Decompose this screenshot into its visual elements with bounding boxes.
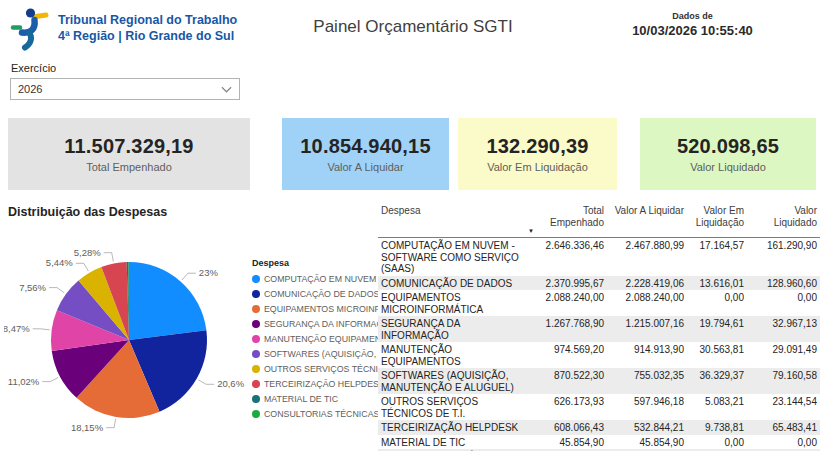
- sort-descending-icon[interactable]: ▼: [528, 228, 604, 235]
- kpi-label: Valor Em Liquidação: [487, 161, 588, 173]
- cell-value: 0,00: [747, 435, 820, 450]
- cell-despesa: SOFTWARES (AQUISIÇÃO, MANUTENÇÃO E ALUGU…: [378, 368, 525, 394]
- cell-value: 1.215.007,16: [607, 316, 687, 342]
- cell-value: 45.854,90: [607, 435, 687, 450]
- cell-value: 0,00: [747, 290, 820, 316]
- legend-color-dot: [252, 320, 260, 328]
- pie-chart-title: Distribuição das Despesas: [8, 205, 167, 219]
- table-row[interactable]: SEGURANÇA DA INFORMAÇÃO1.267.768,901.215…: [378, 316, 820, 342]
- cell-despesa: MANUTENÇÃO EQUIPAMENTOS: [378, 342, 525, 368]
- cell-value: 608.066,43: [525, 420, 607, 435]
- cell-value: 2.088.240,00: [525, 290, 607, 316]
- cell-value: 23.144,54: [747, 394, 820, 420]
- legend-color-dot: [252, 410, 260, 418]
- legend-item-label: OUTROS SERVIÇOS TÉCNICO…: [264, 364, 378, 374]
- table-row[interactable]: MANUTENÇÃO EQUIPAMENTOS974.569,20914.913…: [378, 342, 820, 368]
- table-row[interactable]: SOFTWARES (AQUISIÇÃO, MANUTENÇÃO E ALUGU…: [378, 368, 820, 394]
- cell-value: 9.738,81: [687, 420, 747, 435]
- cell-value: 914.913,90: [607, 342, 687, 368]
- kpi-label: Valor A Liquidar: [327, 161, 403, 173]
- legend-item[interactable]: COMUNICAÇÃO DE DADOS: [252, 286, 378, 301]
- pie-label-leader-line: [182, 273, 196, 280]
- cell-value: 626.173,93: [525, 394, 607, 420]
- legend-item[interactable]: CONSULTORIAS TÉCNICAS: [252, 406, 378, 421]
- legend-color-dot: [252, 350, 260, 358]
- cell-despesa: COMPUTAÇÃO EM NUVEM - SOFTWARE COMO SERV…: [378, 238, 525, 276]
- pie-percentage-label: 11,02%: [8, 376, 40, 387]
- kpi-card-valor-liquidado[interactable]: 520.098,65 Valor Liquidado: [640, 118, 816, 190]
- column-header-valor-liquidado[interactable]: Valor Liquidado: [747, 203, 820, 236]
- cell-value: 32.967,13: [747, 316, 820, 342]
- column-header-valor-em-liquidacao[interactable]: Valor Em Liquidação: [687, 203, 747, 236]
- cell-value: 45.854,90: [525, 435, 607, 450]
- cell-despesa: EQUIPAMENTOS MICROINFORMÁTICA: [378, 290, 525, 316]
- pie-label-leader-line: [76, 263, 89, 271]
- table-row[interactable]: TERCEIRIZAÇÃO HELPDESK608.066,43532.844,…: [378, 420, 820, 435]
- cell-despesa: TERCEIRIZAÇÃO HELPDESK: [378, 420, 525, 435]
- kpi-value: 11.507.329,19: [64, 135, 193, 158]
- kpi-card-total-empenhado[interactable]: 11.507.329,19 Total Empenhado: [8, 118, 250, 190]
- pie-label-leader-line: [104, 253, 114, 262]
- data-refresh-info: Dados de 10/03/2026 10:55:40: [610, 11, 775, 38]
- pie-label-leader-line: [49, 288, 64, 293]
- pie-label-leader-line: [33, 329, 50, 330]
- kpi-label: Valor Liquidado: [690, 161, 766, 173]
- dados-datetime: 10/03/2026 10:55:40: [610, 23, 775, 38]
- pie-percentage-label: 5,28%: [74, 247, 101, 258]
- cell-despesa: COMUNICAÇÃO DE DADOS: [378, 276, 525, 291]
- despesa-table: Despesa Total Empenhado ▼ Valor A Liquid…: [378, 203, 820, 451]
- cell-value: 161.290,90: [747, 238, 820, 276]
- kpi-label: Total Empenhado: [86, 161, 172, 173]
- legend-item-label: SEGURANÇA DA INFORMAÇ…: [264, 319, 378, 329]
- cell-value: 29.091,49: [747, 342, 820, 368]
- legend-item[interactable]: SOFTWARES (AQUISIÇÃO, M…: [252, 346, 378, 361]
- legend-item-label: COMUNICAÇÃO DE DADOS: [264, 289, 378, 299]
- column-header-total-empenhado[interactable]: Total Empenhado ▼: [525, 203, 607, 236]
- exercicio-label: Exercício: [11, 62, 56, 74]
- pie-percentage-label: 18,15%: [71, 422, 104, 433]
- cell-value: 128.960,60: [747, 276, 820, 291]
- cell-despesa: MATERIAL DE TIC: [378, 435, 525, 450]
- legend-item[interactable]: COMPUTAÇÃO EM NUVEM - …: [252, 271, 378, 286]
- cell-value: 5.083,21: [687, 394, 747, 420]
- legend-color-dot: [252, 380, 260, 388]
- cell-value: 2.370.995,67: [525, 276, 607, 291]
- legend-item[interactable]: TERCEIRIZAÇÃO HELPDESK: [252, 376, 378, 391]
- dados-de-label: Dados de: [610, 11, 775, 21]
- legend-item-label: TERCEIRIZAÇÃO HELPDESK: [264, 379, 378, 389]
- pie-percentage-label: 20,6%: [217, 378, 244, 389]
- legend-item[interactable]: OUTROS SERVIÇOS TÉCNICO…: [252, 361, 378, 376]
- pie-label-leader-line: [42, 377, 58, 381]
- cell-value: 13.616,01: [687, 276, 747, 291]
- legend-item[interactable]: SEGURANÇA DA INFORMAÇ…: [252, 316, 378, 331]
- legend-item-label: MANUTENÇÃO EQUIPAMENT…: [264, 334, 378, 344]
- exercicio-dropdown[interactable]: 2026: [10, 78, 240, 100]
- table-row[interactable]: MATERIAL DE TIC45.854,9045.854,900,000,0…: [378, 435, 820, 450]
- legend-color-dot: [252, 305, 260, 313]
- column-header-despesa[interactable]: Despesa: [378, 203, 525, 236]
- cell-value: 755.032,35: [607, 368, 687, 394]
- table-row[interactable]: EQUIPAMENTOS MICROINFORMÁTICA2.088.240,0…: [378, 290, 820, 316]
- cell-value: 2.228.419,06: [607, 276, 687, 291]
- legend-color-dot: [252, 365, 260, 373]
- kpi-card-valor-a-liquidar[interactable]: 10.854.940,15 Valor A Liquidar: [282, 118, 449, 190]
- table-header-row: Despesa Total Empenhado ▼ Valor A Liquid…: [378, 203, 820, 238]
- table-row[interactable]: COMUNICAÇÃO DE DADOS2.370.995,672.228.41…: [378, 276, 820, 291]
- legend-item-label: CONSULTORIAS TÉCNICAS: [264, 409, 378, 419]
- cell-value: 2.646.336,46: [525, 238, 607, 276]
- legend-item[interactable]: MANUTENÇÃO EQUIPAMENT…: [252, 331, 378, 346]
- legend-item[interactable]: EQUIPAMENTOS MICROINFO…: [252, 301, 378, 316]
- pie-percentage-label: 8,47%: [4, 323, 30, 334]
- kpi-value: 10.854.940,15: [300, 135, 431, 158]
- column-header-valor-a-liquidar[interactable]: Valor A Liquidar: [607, 203, 687, 236]
- despesa-table-body: COMPUTAÇÃO EM NUVEM - SOFTWARE COMO SERV…: [378, 238, 820, 451]
- pie-slice[interactable]: [129, 262, 206, 340]
- cell-value: 2.467.880,99: [607, 238, 687, 276]
- kpi-card-valor-em-liquidacao[interactable]: 132.290,39 Valor Em Liquidação: [458, 118, 617, 190]
- table-row[interactable]: COMPUTAÇÃO EM NUVEM - SOFTWARE COMO SERV…: [378, 238, 820, 276]
- table-row[interactable]: OUTROS SERVIÇOS TÉCNICOS DE T.I.626.173,…: [378, 394, 820, 420]
- pie-chart: 23%20,6%18,15%11,02%8,47%7,56%5,44%5,28%: [4, 238, 254, 445]
- legend-title: Despesa: [252, 258, 378, 268]
- cell-value: 0,00: [687, 290, 747, 316]
- legend-item[interactable]: MATERIAL DE TIC: [252, 391, 378, 406]
